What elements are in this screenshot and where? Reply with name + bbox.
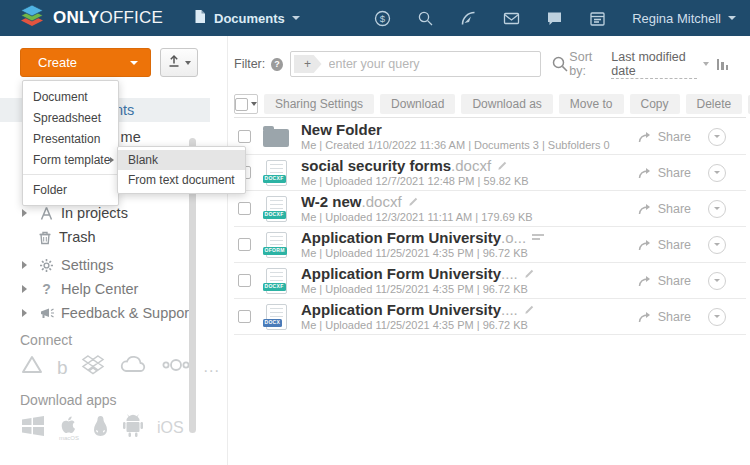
document-icon bbox=[193, 9, 207, 27]
row-actions-button[interactable] bbox=[708, 272, 726, 290]
expand-arrow-icon[interactable] bbox=[22, 209, 32, 217]
onedrive-icon[interactable] bbox=[118, 355, 148, 379]
row-actions-button[interactable] bbox=[708, 308, 726, 326]
expand-arrow-icon[interactable] bbox=[22, 309, 32, 317]
expand-arrow-icon[interactable] bbox=[22, 285, 32, 293]
linux-icon[interactable] bbox=[92, 415, 109, 441]
file-extension: .o... bbox=[501, 229, 526, 246]
share-label: Share bbox=[658, 310, 691, 324]
file-toolbar: Sharing Settings Download Download as Mo… bbox=[234, 94, 746, 114]
file-row[interactable]: DOCXF social security forms.docxf Me | U… bbox=[234, 155, 746, 191]
download-as-button[interactable]: Download as bbox=[461, 94, 552, 114]
sidebar-item-trash[interactable]: Trash bbox=[22, 226, 96, 248]
create-button[interactable]: Create bbox=[20, 48, 151, 77]
google-drive-icon[interactable] bbox=[20, 354, 44, 380]
file-row[interactable]: New Folder Me | Created 1/10/2022 11:36 … bbox=[234, 119, 746, 155]
feed-icon[interactable] bbox=[460, 10, 477, 27]
search-input[interactable] bbox=[290, 51, 542, 77]
sidebar-item-help-center[interactable]: ? Help Center bbox=[22, 278, 138, 300]
menu-item-document[interactable]: Document bbox=[23, 86, 118, 107]
menu-item-label: Presentation bbox=[33, 132, 108, 146]
nextcloud-icon[interactable] bbox=[161, 356, 191, 378]
expand-arrow-icon[interactable] bbox=[22, 261, 32, 269]
file-type-badge: DOCXF bbox=[263, 175, 286, 183]
row-actions-button[interactable] bbox=[708, 128, 726, 146]
onlyoffice-logo[interactable]: ONLYOFFICE bbox=[18, 3, 163, 33]
download-apps-icons: macOS iOS bbox=[20, 414, 184, 442]
user-menu[interactable]: Regina Mitchell bbox=[632, 11, 736, 26]
nav-documents[interactable]: Documents bbox=[193, 9, 300, 27]
sort-value[interactable]: Last modified date bbox=[611, 50, 696, 79]
share-button[interactable]: Share bbox=[638, 130, 691, 144]
file-row[interactable]: DOCXF Application Form University.... Me… bbox=[234, 263, 746, 299]
macos-icon[interactable]: macOS bbox=[59, 416, 79, 441]
file-row[interactable]: DOCX Application Form University.... Me … bbox=[234, 299, 746, 335]
file-title[interactable]: New Folder bbox=[301, 121, 382, 138]
file-meta: Me | Uploaded 11/25/2021 4:35 PM | 96.72… bbox=[301, 247, 638, 260]
sidebar-item-feedback-support[interactable]: Feedback & Support bbox=[22, 302, 193, 324]
dropbox-icon[interactable] bbox=[81, 354, 105, 380]
mail-icon[interactable] bbox=[503, 10, 520, 27]
menu-item-folder[interactable]: Folder bbox=[23, 179, 118, 200]
row-checkbox[interactable] bbox=[238, 202, 251, 215]
search-icon[interactable] bbox=[417, 10, 434, 27]
menu-item-label: Blank bbox=[128, 153, 235, 167]
filter-input-wrap: + bbox=[290, 51, 542, 77]
share-button[interactable]: Share bbox=[638, 238, 691, 252]
copy-button[interactable]: Copy bbox=[630, 94, 680, 114]
share-button[interactable]: Share bbox=[638, 310, 691, 324]
download-button[interactable]: Download bbox=[380, 94, 455, 114]
row-checkbox[interactable] bbox=[238, 310, 251, 323]
toolbar-divider bbox=[234, 117, 746, 118]
file-title[interactable]: Application Form University bbox=[301, 301, 501, 318]
windows-icon[interactable] bbox=[20, 414, 46, 442]
share-button[interactable]: Share bbox=[638, 274, 691, 288]
sidebar: Create My documents Shared with me In pr… bbox=[0, 36, 228, 465]
menu-item-label: Folder bbox=[33, 183, 108, 197]
menu-item-spreadsheet[interactable]: Spreadsheet bbox=[23, 107, 118, 128]
menu-item-form-template[interactable]: Form template bbox=[23, 149, 118, 170]
move-to-button[interactable]: Move to bbox=[559, 94, 624, 114]
file-type-badge: DOCXF bbox=[263, 211, 286, 219]
row-actions-button[interactable] bbox=[708, 164, 726, 182]
file-title[interactable]: social security forms bbox=[301, 157, 451, 174]
file-title[interactable]: W-2 new bbox=[301, 193, 362, 210]
chat-icon[interactable] bbox=[546, 10, 563, 27]
sidebar-item-settings[interactable]: Settings bbox=[22, 254, 113, 276]
delete-button[interactable]: Delete bbox=[686, 94, 743, 114]
share-button[interactable]: Share bbox=[638, 166, 691, 180]
row-actions-button[interactable] bbox=[708, 200, 726, 218]
file-title[interactable]: Application Form University bbox=[301, 265, 501, 282]
search-icon[interactable] bbox=[551, 55, 569, 73]
box-icon[interactable]: b bbox=[57, 358, 68, 377]
row-checkbox[interactable] bbox=[238, 238, 251, 251]
menu-item-presentation[interactable]: Presentation bbox=[23, 128, 118, 149]
row-checkbox[interactable] bbox=[238, 130, 251, 143]
payments-icon[interactable]: $ bbox=[374, 10, 391, 27]
sort-order-icon[interactable] bbox=[717, 59, 729, 70]
submenu-item-from-text-document[interactable]: From text document bbox=[118, 170, 245, 190]
menu-item-label: Spreadsheet bbox=[33, 111, 108, 125]
file-title[interactable]: Application Form University bbox=[301, 229, 501, 246]
main-content: Filter: ? + Sort by: Last modified date … bbox=[228, 36, 750, 465]
submenu-arrow-icon bbox=[110, 157, 114, 163]
select-all-dropdown[interactable] bbox=[234, 94, 258, 114]
file-row[interactable]: DOCXF W-2 new.docxf Me | Uploaded 12/3/2… bbox=[234, 191, 746, 227]
chevron-down-icon bbox=[292, 16, 300, 20]
sharing-settings-button[interactable]: Sharing Settings bbox=[264, 94, 374, 114]
sidebar-item-label: Feedback & Support bbox=[61, 305, 193, 321]
row-actions-button[interactable] bbox=[708, 236, 726, 254]
row-text: New Folder Me | Created 1/10/2022 11:36 … bbox=[301, 121, 638, 152]
row-checkbox[interactable] bbox=[238, 274, 251, 287]
share-button[interactable]: Share bbox=[638, 202, 691, 216]
select-all-checkbox[interactable] bbox=[235, 98, 248, 111]
android-icon[interactable] bbox=[122, 414, 144, 442]
calendar-icon[interactable] bbox=[589, 10, 606, 27]
docxf-file-icon: DOCXF bbox=[261, 196, 291, 222]
upload-button[interactable] bbox=[160, 48, 198, 77]
submenu-item-blank[interactable]: Blank bbox=[118, 150, 245, 170]
filter-help-icon[interactable]: ? bbox=[271, 58, 282, 71]
file-row[interactable]: OFORM Application Form University.o... M… bbox=[234, 227, 746, 263]
more-connectors[interactable]: ... bbox=[204, 358, 220, 376]
ios-icon[interactable]: iOS bbox=[157, 419, 184, 437]
